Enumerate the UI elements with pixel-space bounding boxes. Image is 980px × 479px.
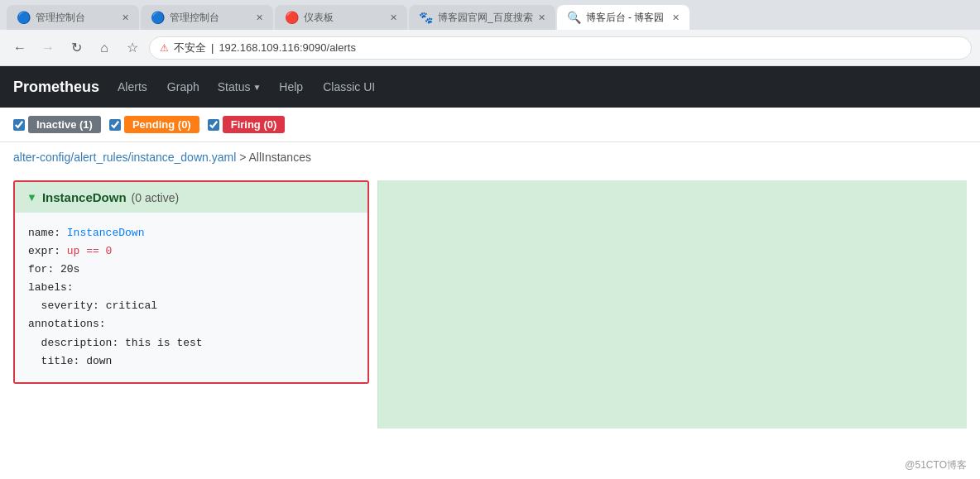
- browser-toolbar: ← → ↻ ⌂ ☆ ⚠ 不安全 | 192.168.109.116:9090/a…: [0, 30, 980, 66]
- firing-label: Firing (0): [231, 118, 277, 131]
- field-for-key: for:: [28, 263, 60, 275]
- nav-status-label: Status: [218, 80, 251, 93]
- breadcrumb: alter-config/alert_rules/instance_down.y…: [0, 142, 980, 172]
- field-name: name: InstanceDown: [28, 224, 354, 242]
- tab-favicon-2: 🔵: [151, 11, 165, 24]
- field-title-val: down: [86, 355, 112, 367]
- inactive-checkbox[interactable]: [13, 119, 25, 131]
- back-button[interactable]: ←: [8, 36, 31, 60]
- pending-badge[interactable]: Pending (0): [124, 116, 199, 133]
- field-title-key: title:: [28, 355, 86, 367]
- tab-5[interactable]: 🔍 博客后台 - 博客园 ✕: [557, 5, 689, 30]
- field-for-val: 20s: [60, 263, 79, 275]
- tab-close-5[interactable]: ✕: [672, 12, 680, 23]
- tab-2[interactable]: 🔵 管理控制台 ✕: [141, 5, 273, 30]
- pending-filter-wrapper: Pending (0): [109, 116, 199, 133]
- browser-tabs: 🔵 管理控制台 ✕ 🔵 管理控制台 ✕ 🔴 仪表板 ✕ 🐾 博客园官网_百度搜索…: [0, 0, 980, 30]
- alert-group-header[interactable]: ▼ InstanceDown (0 active): [15, 182, 368, 213]
- chevron-down-icon: ▼: [252, 83, 261, 92]
- tab-4[interactable]: 🐾 博客园官网_百度搜索 ✕: [409, 5, 555, 30]
- left-column: ▼ InstanceDown (0 active) name: Instance…: [13, 180, 377, 429]
- breadcrumb-separator: >: [239, 151, 248, 164]
- field-annotations: annotations:: [28, 315, 354, 333]
- address-bar[interactable]: ⚠ 不安全 | 192.168.109.116:9090/alerts: [149, 36, 972, 60]
- alert-group-body: name: InstanceDown expr: up == 0 for: 20…: [15, 213, 368, 382]
- field-title: title: down: [28, 352, 354, 371]
- security-icon: ⚠: [160, 42, 169, 54]
- nav-graph[interactable]: Graph: [166, 77, 201, 97]
- pending-label: Pending (0): [132, 118, 191, 131]
- nav-help[interactable]: Help: [277, 77, 305, 97]
- nav-alerts[interactable]: Alerts: [116, 77, 149, 97]
- right-panel: [377, 180, 967, 429]
- firing-filter-wrapper: Firing (0): [208, 116, 286, 133]
- field-severity-val: critical: [106, 299, 157, 312]
- security-label: 不安全: [174, 41, 206, 55]
- inactive-filter-wrapper: Inactive (1): [13, 116, 101, 133]
- field-name-key: name:: [28, 227, 67, 239]
- field-expr-val: up == 0: [67, 245, 113, 257]
- tab-3[interactable]: 🔴 仪表板 ✕: [275, 5, 407, 30]
- tab-close-2[interactable]: ✕: [256, 12, 263, 23]
- field-description: description: this is test: [28, 334, 354, 352]
- firing-checkbox[interactable]: [208, 119, 219, 131]
- forward-button[interactable]: →: [36, 36, 60, 60]
- tab-label-2: 管理控制台: [170, 11, 219, 25]
- tab-close-4[interactable]: ✕: [538, 12, 545, 23]
- content-row: ▼ InstanceDown (0 active) name: Instance…: [13, 180, 967, 429]
- firing-badge[interactable]: Firing (0): [223, 116, 286, 133]
- home-button[interactable]: ⌂: [93, 36, 116, 60]
- field-description-val: this is test: [125, 337, 203, 349]
- inactive-label: Inactive (1): [36, 118, 93, 131]
- prometheus-brand[interactable]: Prometheus: [13, 79, 99, 96]
- tab-favicon-3: 🔴: [285, 11, 299, 24]
- alert-group-name: InstanceDown: [42, 190, 127, 204]
- tab-favicon-1: 🔵: [17, 11, 31, 24]
- field-labels-key: labels:: [28, 281, 74, 294]
- pending-checkbox[interactable]: [109, 119, 121, 131]
- collapse-icon: ▼: [26, 191, 37, 204]
- nav-classic-ui[interactable]: Classic UI: [321, 77, 377, 97]
- field-for: for: 20s: [28, 261, 354, 279]
- tab-label-1: 管理控制台: [36, 11, 85, 25]
- field-description-key: description:: [28, 337, 125, 349]
- tab-favicon-5: 🔍: [567, 11, 581, 24]
- tab-label-3: 仪表板: [304, 11, 334, 25]
- tab-close-1[interactable]: ✕: [122, 12, 129, 23]
- field-expr-key: expr:: [28, 245, 67, 257]
- field-name-val: InstanceDown: [67, 227, 145, 239]
- nav-status-dropdown[interactable]: Status ▼: [218, 80, 262, 93]
- field-labels: labels:: [28, 279, 354, 297]
- field-severity: severity: critical: [28, 297, 354, 315]
- alert-active-count: (0 active): [132, 191, 180, 204]
- breadcrumb-current: AllInstances: [248, 151, 310, 164]
- field-severity-key: severity:: [28, 299, 106, 312]
- reload-button[interactable]: ↻: [65, 36, 88, 60]
- bookmark-button[interactable]: ☆: [121, 36, 144, 60]
- tab-close-3[interactable]: ✕: [390, 12, 397, 23]
- tab-1[interactable]: 🔵 管理控制台 ✕: [7, 5, 139, 30]
- main-content: ▼ InstanceDown (0 active) name: Instance…: [0, 172, 980, 437]
- address-text: 192.168.109.116:9090/alerts: [219, 41, 356, 54]
- tab-favicon-4: 🐾: [419, 11, 433, 24]
- filter-bar: Inactive (1) Pending (0) Firing (0): [0, 108, 980, 142]
- tab-label-4: 博客园官网_百度搜索: [438, 11, 533, 25]
- inactive-badge[interactable]: Inactive (1): [28, 116, 101, 133]
- address-separator: |: [211, 41, 214, 54]
- breadcrumb-path[interactable]: alter-config/alert_rules/instance_down.y…: [13, 151, 236, 164]
- field-annotations-key: annotations:: [28, 318, 106, 330]
- tab-label-5: 博客后台 - 博客园: [586, 11, 665, 25]
- prometheus-navbar: Prometheus Alerts Graph Status ▼ Help Cl…: [0, 66, 980, 108]
- alert-group-card: ▼ InstanceDown (0 active) name: Instance…: [13, 180, 369, 384]
- field-expr: expr: up == 0: [28, 242, 354, 261]
